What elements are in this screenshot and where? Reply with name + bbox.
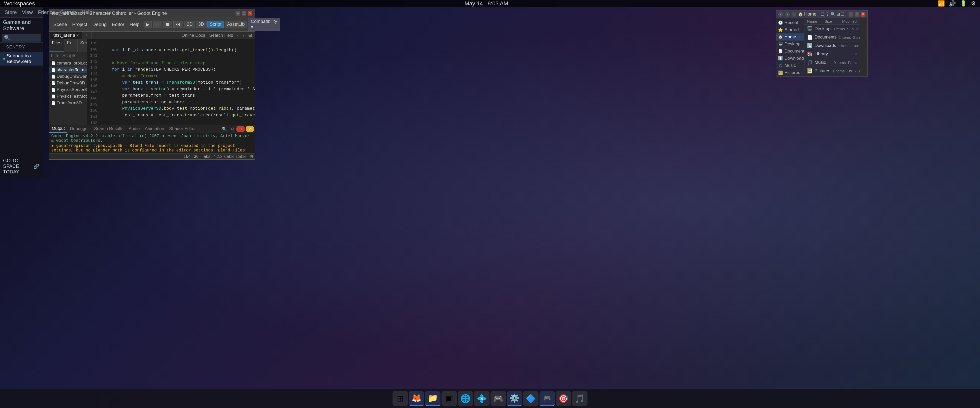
taskbar-icon-app2[interactable]: 🎯 — [556, 391, 571, 406]
fm-sidebar-starred[interactable]: ⭐ Starred — [776, 26, 804, 33]
taskbar-icon-app-grid[interactable]: ⊞ — [393, 391, 408, 406]
fm-menu-btn[interactable]: ☰ — [821, 12, 824, 17]
godot-bottom-tab-search[interactable]: Search Results — [92, 125, 126, 132]
fm-sidebar-downloads[interactable]: ⬇️ Downloads — [776, 55, 804, 62]
godot-nav-next[interactable]: › — [241, 32, 246, 39]
godot-bottom-tab-output[interactable]: Output — [49, 125, 67, 133]
godot-tab-close[interactable]: ✕ — [76, 33, 79, 38]
godot-tab-test-arena[interactable]: test_arena ✕ — [50, 32, 83, 39]
fm-sidebar-documents[interactable]: 📄 Documents — [776, 48, 804, 55]
godot-file-character3d[interactable]: 📄 character3d_movement.gd — [49, 67, 87, 73]
godot-status-icon[interactable]: ⊞ — [250, 154, 253, 159]
fm-file-music[interactable]: 🎵 Music 0 items Fri ☆ — [804, 59, 860, 67]
fm-sidebar-recent[interactable]: 🕐 Recent — [776, 19, 804, 26]
steam-close-btn[interactable]: ✕ — [114, 9, 121, 15]
steam-nav-friends[interactable]: Friends — [37, 10, 57, 15]
godot-compat-btn[interactable]: Compatibility ▾ — [248, 18, 280, 31]
godot-script-btn[interactable]: Script — [207, 21, 224, 28]
godot-file-tab-edit[interactable]: Edit — [64, 39, 78, 52]
godot-menu-project[interactable]: Project — [70, 21, 89, 28]
godot-nav-prev[interactable]: ‹ — [235, 32, 241, 39]
godot-play-btn[interactable]: ▶ — [144, 21, 152, 28]
fm-list-view-btn[interactable]: ☰ — [841, 12, 845, 17]
godot-file-camera-orbit[interactable]: 📄 camera_orbit.gd — [49, 60, 87, 67]
godot-online-docs[interactable]: Online Docs — [180, 32, 207, 39]
taskbar-icon-files[interactable]: 📁 — [425, 391, 441, 406]
godot-code-content[interactable]: var lift_distance = result.get_travel().… — [99, 39, 255, 125]
fm-back-btn[interactable]: ‹ — [778, 12, 783, 17]
star-icon-4[interactable]: ☆ — [854, 60, 858, 65]
steam-nav-games[interactable]: Games — [59, 10, 78, 15]
godot-2d-btn[interactable]: 2D — [185, 21, 195, 28]
taskbar-icon-terminal[interactable]: ▣ — [442, 391, 457, 406]
fm-close-btn[interactable]: ✕ — [861, 12, 865, 17]
fm-file-documents[interactable]: 📄 Documents 2 items Sun ☆ — [804, 33, 860, 41]
godot-restore-btn[interactable]: □ — [242, 11, 246, 16]
godot-file-debugdraw3d[interactable]: 📄 DebugDraw3D — [49, 80, 87, 86]
godot-menu-debug[interactable]: Debug — [90, 21, 109, 28]
network-icon[interactable]: 📶 — [938, 0, 945, 7]
godot-menu-scene[interactable]: Scene — [51, 21, 69, 28]
godot-menu-help[interactable]: Help — [127, 21, 142, 28]
godot-file-transform3d[interactable]: 📄 Transform3D — [49, 100, 87, 106]
steam-minimize-btn[interactable]: − — [98, 10, 104, 15]
godot-pause-btn[interactable]: ⏸ — [153, 21, 162, 28]
godot-stop-btn[interactable]: ⏹ — [163, 21, 172, 28]
godot-assetlib-btn[interactable]: AssetLib — [225, 21, 247, 28]
fm-file-downloads[interactable]: ⬇️ Downloads 1 items Sun ☆ — [804, 41, 860, 50]
output-search-icon[interactable]: 🔍 — [220, 125, 229, 132]
godot-bottom-tab-shader[interactable]: Shader Editor — [167, 125, 198, 132]
star-icon-3[interactable]: ☆ — [854, 52, 858, 56]
steam-nav-store[interactable]: Store — [3, 10, 18, 15]
godot-minimize-btn[interactable]: − — [235, 11, 240, 16]
fm-grid-view-btn[interactable]: ⊞ — [837, 12, 840, 17]
godot-code-area[interactable]: 139 140 141 142 143 144 145 146 147 148 … — [87, 39, 255, 125]
taskbar-icon-app3[interactable]: 🎵 — [572, 391, 587, 406]
go-to-space-item[interactable]: GO TO SPACE TODAY 🔗 — [0, 157, 43, 176]
godot-file-physicstestmotion[interactable]: 📄 PhysicsTestMotionParameters3D — [49, 93, 87, 100]
steam-restore-btn[interactable]: □ — [106, 10, 112, 15]
fm-minimize-btn[interactable]: − — [849, 12, 853, 17]
taskbar-icon-firefox[interactable]: 🦊 — [409, 391, 424, 406]
fm-file-desktop[interactable]: 🖥️ Desktop 0 items Sun ☆ — [804, 25, 860, 33]
fm-file-public[interactable]: 📁 Public 0 items ☆ — [804, 75, 860, 76]
fm-sidebar-home[interactable]: 🏠 Home — [776, 33, 804, 41]
taskbar-icon-browser2[interactable]: 🌐 — [458, 391, 473, 406]
volume-icon[interactable]: 🔊 — [949, 0, 956, 7]
taskbar-icon-blender[interactable]: 🔷 — [523, 391, 538, 406]
godot-file-tab-files[interactable]: Files — [49, 39, 64, 52]
godot-close-btn[interactable]: ✕ — [248, 11, 252, 16]
taskbar-icon-steam[interactable]: 🎮 — [539, 391, 555, 406]
fm-sidebar-pictures[interactable]: 🖼️ Pictures — [776, 69, 804, 76]
godot-layout-btn[interactable]: ⊞ — [246, 32, 254, 39]
godot-step-btn[interactable]: ⏭ — [173, 21, 183, 28]
godot-menu-editor[interactable]: Editor — [110, 21, 127, 28]
fm-file-library[interactable]: 📚 Library ☆ — [804, 50, 860, 59]
godot-bottom-tab-animation[interactable]: Animation — [142, 125, 167, 132]
godot-3d-btn[interactable]: 3D — [196, 21, 207, 28]
fm-sidebar-music[interactable]: 🎵 Music — [776, 62, 804, 69]
godot-bottom-tab-debugger[interactable]: Debugger — [67, 125, 92, 132]
taskbar-icon-unreal[interactable]: 🎮 — [490, 391, 506, 406]
star-icon-0[interactable]: ☆ — [856, 27, 859, 31]
workspaces-label[interactable]: Workspaces — [4, 0, 35, 7]
settings-icon[interactable]: ⚙ — [971, 0, 976, 7]
godot-bottom-tab-audio[interactable]: Audio — [126, 125, 142, 132]
fm-file-pictures[interactable]: 🖼️ Pictures 1 items Thu 7:04 AM ☆ — [804, 67, 860, 75]
fm-forward-btn[interactable]: › — [785, 12, 790, 17]
godot-tab-add[interactable]: + — [83, 32, 92, 39]
fm-search-btn[interactable]: 🔍 — [830, 12, 835, 17]
fm-overflow-btn[interactable]: ⋮ — [825, 12, 829, 17]
godot-file-physicsserver3d[interactable]: 📄 PhysicsServer3D — [49, 86, 87, 93]
taskbar-icon-godot[interactable]: ⚙️ — [507, 391, 522, 406]
godot-search-help[interactable]: Search Help — [207, 32, 235, 39]
output-filter-icon[interactable]: ⊘ — [229, 125, 236, 132]
steam-game-subnautica[interactable]: Subnautica: Below Zero — [0, 52, 43, 65]
steam-nav-help[interactable]: Help — [80, 10, 94, 15]
taskbar-icon-vscode[interactable]: 💠 — [474, 391, 490, 406]
fm-up-btn[interactable]: ↑ — [791, 12, 797, 17]
godot-file-debugdraw-demo[interactable]: 📄 DebugDrawDemoScene.gd — [49, 73, 87, 80]
steam-search-input[interactable] — [2, 34, 41, 41]
fm-restore-btn[interactable]: □ — [855, 12, 859, 17]
fm-sidebar-desktop[interactable]: 🖥️ Desktop — [776, 41, 804, 48]
